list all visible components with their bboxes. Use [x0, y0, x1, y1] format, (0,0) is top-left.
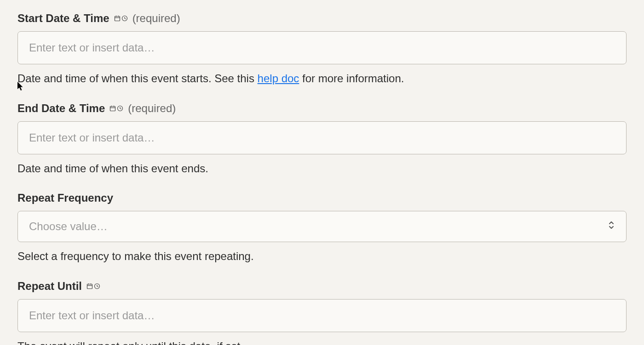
clock-icon — [117, 105, 123, 112]
required-indicator: (required) — [128, 102, 176, 115]
start-date-time-input[interactable] — [17, 31, 627, 64]
end-date-time-label: End Date & Time — [17, 102, 105, 115]
label-row: End Date & Time (required) — [17, 102, 627, 115]
calendar-clock-icons — [114, 15, 128, 22]
end-date-time-input[interactable] — [17, 121, 627, 154]
calendar-icon — [109, 105, 116, 112]
calendar-icon — [86, 283, 93, 289]
svg-rect-10 — [87, 284, 92, 288]
calendar-icon — [114, 15, 121, 22]
repeat-until-input[interactable] — [17, 299, 627, 332]
label-row: Start Date & Time (required) — [17, 12, 627, 25]
repeat-until-label: Repeat Until — [17, 280, 82, 293]
repeat-frequency-label: Repeat Frequency — [17, 192, 113, 204]
updown-chevron-icon — [608, 220, 615, 233]
calendar-clock-icons — [109, 105, 123, 112]
repeat-until-help: The event will repeat only until this da… — [17, 339, 627, 345]
required-indicator: (required) — [132, 12, 180, 25]
svg-rect-5 — [110, 106, 115, 111]
end-date-time-help: Date and time of when this event ends. — [17, 161, 627, 176]
label-row: Repeat Until — [17, 280, 627, 293]
start-date-time-label: Start Date & Time — [17, 12, 109, 25]
field-start-date-time: Start Date & Time (required) Date and ti… — [17, 12, 627, 86]
help-suffix: for more information. — [299, 72, 404, 85]
clock-icon — [121, 15, 128, 22]
help-prefix: Date and time of when this event starts.… — [17, 72, 258, 85]
field-end-date-time: End Date & Time (required) Date and time… — [17, 102, 627, 176]
field-repeat-frequency: Repeat Frequency Choose value… Select a … — [17, 192, 627, 264]
svg-rect-0 — [115, 17, 120, 21]
clock-icon — [94, 283, 100, 289]
help-doc-link[interactable]: help doc — [258, 72, 299, 85]
select-placeholder: Choose value… — [29, 220, 108, 233]
repeat-frequency-select[interactable]: Choose value… — [17, 211, 627, 242]
repeat-frequency-help: Select a frequency to make this event re… — [17, 249, 627, 264]
calendar-clock-icons — [86, 283, 100, 289]
start-date-time-help: Date and time of when this event starts.… — [17, 71, 627, 86]
field-repeat-until: Repeat Until The event will repeat only … — [17, 280, 627, 345]
